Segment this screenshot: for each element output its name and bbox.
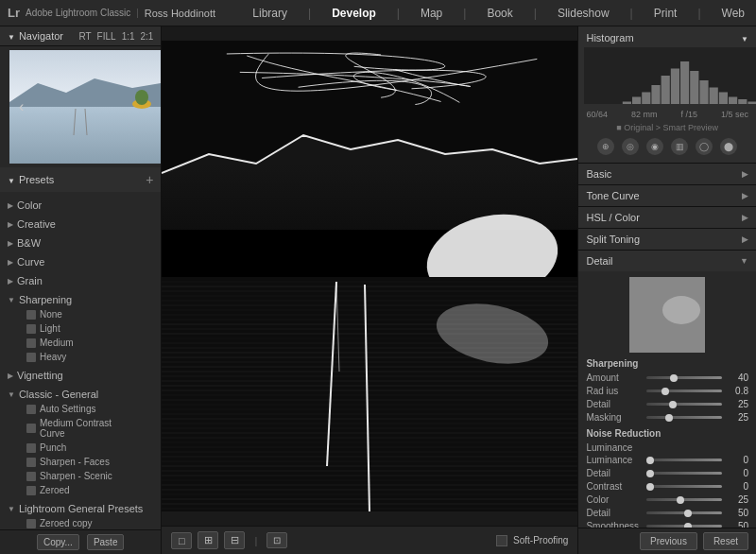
zoom-fill[interactable]: FILL <box>97 31 116 42</box>
left-panel-scroll: Presets + ▶ Color ▶ Cr <box>0 167 161 529</box>
preset-group-color-header[interactable]: ▶ Color <box>8 198 153 213</box>
presets-header[interactable]: Presets + <box>0 167 161 192</box>
nr-color-detail-thumb[interactable] <box>684 510 692 517</box>
copy-button[interactable]: Copy... <box>37 534 79 550</box>
sharpening-amount-value: 40 <box>726 372 748 383</box>
preset-group-classic-header[interactable]: ▼ Classic - General <box>8 387 153 402</box>
nav-print[interactable]: Print <box>650 5 681 22</box>
lr-logo: Lr <box>8 6 20 20</box>
nr-smoothness-value: 50 <box>726 521 748 528</box>
preset-item-zeroed[interactable]: Zeroed <box>8 483 153 497</box>
presets-add-button[interactable]: + <box>146 172 153 187</box>
zoom-button[interactable]: ⊡ <box>266 532 287 548</box>
soft-proofing-checkbox[interactable] <box>496 535 507 546</box>
preset-group-grain-header[interactable]: ▶ Grain <box>8 273 153 288</box>
sharpening-amount-track[interactable] <box>646 376 722 379</box>
previous-button[interactable]: Previous <box>640 532 697 550</box>
view-mode-survey[interactable]: ⊟ <box>224 531 245 549</box>
hist-fstop: f /15 <box>680 110 697 119</box>
nr-color-detail-row: Detail 50 <box>586 508 748 518</box>
app-name: Adobe Lightroom Classic <box>26 8 130 18</box>
view-mode-single[interactable]: □ <box>171 532 192 549</box>
histogram-canvas-wrap <box>578 45 756 108</box>
bottom-toolbar-right: Soft-Proofing <box>496 535 568 546</box>
nr-contrast-track[interactable] <box>646 485 722 488</box>
paste-button[interactable]: Paste <box>87 534 125 550</box>
nr-smoothness-track[interactable] <box>646 525 722 528</box>
nr-contrast-thumb[interactable] <box>646 483 654 491</box>
curve-group-icon: ▶ <box>8 258 13 267</box>
bottom-toolbar-left: □ ⊞ ⊟ | ⊡ <box>171 531 287 549</box>
detail-header[interactable]: Detail ▼ <box>578 251 756 271</box>
crop-icon[interactable]: ⊕ <box>597 138 614 155</box>
gradient-icon[interactable]: ▥ <box>671 138 688 155</box>
sharpening-masking-label: Masking <box>586 412 643 423</box>
reset-button[interactable]: Reset <box>703 532 748 550</box>
preset-item-sharpen-faces[interactable]: Sharpen - Faces <box>8 455 153 469</box>
preset-item-sharpen-scenic[interactable]: Sharpen - Scenic <box>8 469 153 483</box>
nav-develop[interactable]: Develop <box>328 5 380 22</box>
preset-item-light[interactable]: Light <box>8 321 153 336</box>
nav-slideshow-text[interactable]: Slideshow <box>554 5 613 22</box>
photo-area[interactable] <box>162 26 577 526</box>
sharpening-title: Sharpening <box>586 358 748 369</box>
preset-item-punch[interactable]: Punch <box>8 441 153 455</box>
nav-web[interactable]: Web <box>718 5 748 22</box>
hsl-header[interactable]: HSL / Color ▶ <box>578 207 756 228</box>
creative-group-icon: ▶ <box>8 220 13 229</box>
nr-detail-track[interactable] <box>646 472 722 475</box>
nav-book[interactable]: Book <box>483 5 516 22</box>
histogram-section: Histogram 60/64 82 mm f /15 1/5 sec ■ Or… <box>578 26 756 164</box>
navigator-section-header[interactable]: Navigator RT FILL 1:1 2:1 <box>0 26 161 46</box>
basic-header[interactable]: Basic ▶ <box>578 164 756 184</box>
sharpening-masking-track[interactable] <box>646 416 722 419</box>
nr-luminance-thumb[interactable] <box>646 457 654 464</box>
preset-group-vignetting: ▶ Vignetting <box>0 366 161 385</box>
main-layout: Navigator RT FILL 1:1 2:1 ‹ Presets <box>0 26 756 554</box>
nr-color-track[interactable] <box>646 498 722 501</box>
preset-dot <box>26 353 36 362</box>
heal-icon[interactable]: ◎ <box>622 138 639 155</box>
nav-library[interactable]: Library <box>249 5 291 22</box>
tone-curve-header[interactable]: Tone Curve ▶ <box>578 185 756 206</box>
split-toning-header[interactable]: Split Toning ▶ <box>578 229 756 250</box>
nr-smoothness-thumb[interactable] <box>684 523 692 528</box>
preset-group-sharpening-header[interactable]: ▼ Sharpening <box>8 292 153 307</box>
preset-group-bw-header[interactable]: ▶ B&W <box>8 235 153 251</box>
preset-group-classic-general: ▼ Classic - General Auto Settings Medium… <box>0 385 161 499</box>
zoom-rt[interactable]: RT <box>78 31 91 42</box>
detail-content: Sharpening Amount 40 Rad ius 0.8 <box>578 271 756 528</box>
nr-luminance-track[interactable] <box>646 459 722 461</box>
preset-group-vignetting-header[interactable]: ▶ Vignetting <box>8 368 153 383</box>
sharpening-radius-thumb[interactable] <box>662 388 669 395</box>
preset-item-zeroed-copy[interactable]: Zeroed copy <box>8 516 153 529</box>
preset-group-lr-header[interactable]: ▼ Lightroom General Presets <box>8 501 153 516</box>
preset-item-auto[interactable]: Auto Settings <box>8 402 153 416</box>
brush-icon[interactable]: ⬤ <box>720 138 737 155</box>
preset-item-medium-contrast[interactable]: Medium Contrast Curve <box>8 416 153 441</box>
sharpening-radius-track[interactable] <box>646 390 722 392</box>
preset-item-none[interactable]: None <box>8 307 153 321</box>
preset-group-curve-header[interactable]: ▶ Curve <box>8 254 153 269</box>
preset-item-medium[interactable]: Medium <box>8 336 153 350</box>
nr-detail-thumb[interactable] <box>646 470 654 477</box>
nav-map[interactable]: Map <box>417 5 446 22</box>
sharpening-amount-thumb[interactable] <box>670 374 678 382</box>
nr-color-thumb[interactable] <box>677 496 684 504</box>
histogram-header[interactable]: Histogram <box>578 30 756 45</box>
sharpening-detail-thumb[interactable] <box>669 401 677 408</box>
zoom-1-1[interactable]: 1:1 <box>122 31 135 42</box>
sharpening-group-icon: ▼ <box>8 296 15 304</box>
redeye-icon[interactable]: ◉ <box>646 138 663 155</box>
sharpening-masking-thumb[interactable] <box>665 414 673 422</box>
nr-color-detail-track[interactable] <box>646 511 722 514</box>
navigator-prev-arrow[interactable]: ‹ <box>19 98 24 115</box>
preset-item-heavy[interactable]: Heavy <box>8 350 153 364</box>
zoom-2-1[interactable]: 2:1 <box>141 31 154 42</box>
radial-icon[interactable]: ◯ <box>696 138 713 155</box>
nr-luminance-label: Luminance <box>586 455 643 465</box>
view-mode-compare[interactable]: ⊞ <box>198 531 218 549</box>
sharpening-detail-track[interactable] <box>646 403 722 406</box>
tone-curve-section: Tone Curve ▶ <box>578 185 756 207</box>
preset-group-creative-header[interactable]: ▶ Creative <box>8 216 153 232</box>
